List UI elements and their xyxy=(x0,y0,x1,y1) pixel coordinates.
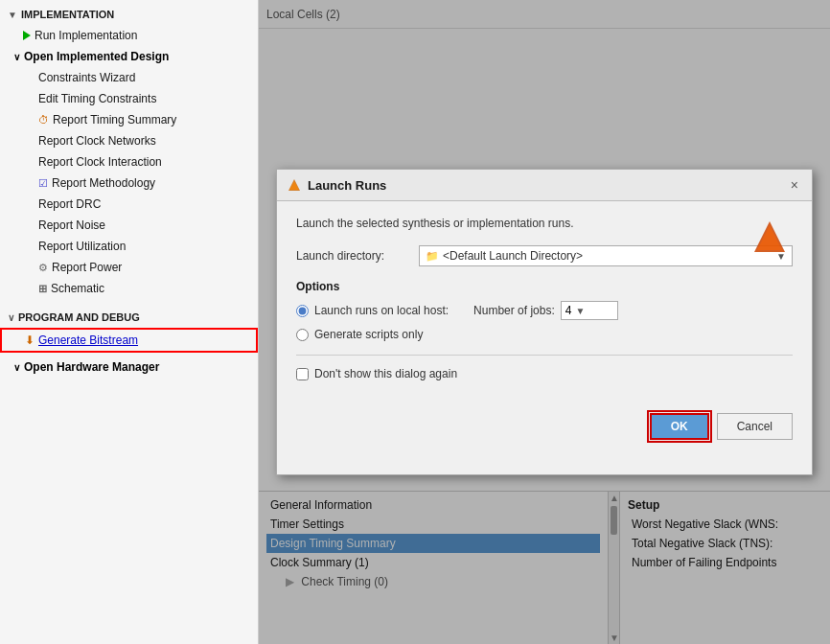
modal-title-text: Launch Runs xyxy=(308,178,386,193)
program-debug-label: PROGRAM AND DEBUG xyxy=(18,311,140,323)
sidebar-item-report-timing-summary[interactable]: ⏱ Report Timing Summary xyxy=(0,109,258,130)
hardware-manager-arrow: ∨ xyxy=(13,362,20,373)
sidebar-item-report-drc[interactable]: Report DRC xyxy=(0,194,258,215)
sidebar-item-report-utilization[interactable]: Report Utilization xyxy=(0,236,258,257)
jobs-select[interactable]: 4 ▼ xyxy=(561,301,618,320)
open-implemented-label: Open Implemented Design xyxy=(24,50,169,63)
run-implementation-label: Run Implementation xyxy=(35,29,137,42)
sidebar-item-open-hardware-manager[interactable]: ∨ Open Hardware Manager xyxy=(0,356,258,378)
run-icon xyxy=(23,31,31,40)
open-hardware-manager-label: Open Hardware Manager xyxy=(24,360,159,374)
radio-scripts-row: Generate scripts only xyxy=(296,328,793,341)
sidebar-item-report-clock-interaction[interactable]: Report Clock Interaction xyxy=(0,151,258,172)
sidebar-item-report-power[interactable]: ⚙ Report Power xyxy=(0,257,258,278)
modal-description: Launch the selected synthesis or impleme… xyxy=(296,217,793,230)
bitstream-icon: ⬇ xyxy=(25,334,35,347)
modal-divider xyxy=(296,355,793,356)
svg-marker-1 xyxy=(289,181,299,190)
open-impl-arrow: ∨ xyxy=(13,52,20,62)
sidebar-item-report-noise[interactable]: Report Noise xyxy=(0,215,258,236)
sidebar-item-report-methodology[interactable]: ☑ Report Methodology xyxy=(0,172,258,194)
modal-close-button[interactable]: × xyxy=(787,175,802,195)
sidebar-item-edit-timing[interactable]: Edit Timing Constraints xyxy=(0,88,258,109)
modal-footer: OK Cancel xyxy=(277,403,812,455)
jobs-value: 4 xyxy=(565,304,572,317)
jobs-label: Number of jobs: xyxy=(473,304,555,317)
launch-runs-modal: Launch Runs × Launch the selected synthe… xyxy=(276,169,813,475)
modal-title-group: Launch Runs xyxy=(287,177,386,193)
modal-titlebar: Launch Runs × xyxy=(277,170,812,201)
sidebar-section-implementation[interactable]: ▼ IMPLEMENTATION xyxy=(0,4,258,25)
sidebar: ▼ IMPLEMENTATION Run Implementation ∨ Op… xyxy=(0,0,259,644)
clock-icon: ⏱ xyxy=(38,114,49,126)
options-title: Options xyxy=(296,280,793,293)
sidebar-section-program-debug[interactable]: ∨ PROGRAM AND DEBUG xyxy=(0,307,258,328)
sidebar-item-run-implementation[interactable]: Run Implementation xyxy=(0,25,258,46)
cancel-button[interactable]: Cancel xyxy=(717,413,793,440)
radio-local-host-label: Launch runs on local host: xyxy=(314,304,449,317)
radio-scripts-label: Generate scripts only xyxy=(314,328,423,341)
dont-show-checkbox[interactable] xyxy=(296,368,309,380)
sidebar-item-schematic[interactable]: ⊞ Schematic xyxy=(0,278,258,299)
number-of-jobs-group: Number of jobs: 4 ▼ xyxy=(473,301,618,320)
sidebar-item-open-implemented[interactable]: ∨ Open Implemented Design xyxy=(0,46,258,67)
modal-overlay: Launch Runs × Launch the selected synthe… xyxy=(259,0,830,644)
generate-bitstream-label: Generate Bitstream xyxy=(38,334,138,347)
modal-body: Launch the selected synthesis or impleme… xyxy=(277,201,812,403)
dont-show-label: Don't show this dialog again xyxy=(314,367,457,380)
svg-marker-3 xyxy=(757,225,782,250)
folder-icon: 📁 xyxy=(426,250,439,263)
launch-directory-label: Launch directory: xyxy=(296,249,411,263)
power-icon: ⚙ xyxy=(38,262,48,274)
options-section: Options Launch runs on local host: Numbe… xyxy=(296,280,793,341)
vivado-icon xyxy=(287,177,302,193)
vivado-logo xyxy=(750,218,789,256)
schematic-icon: ⊞ xyxy=(38,283,47,295)
radio-scripts-input[interactable] xyxy=(296,329,309,341)
methodology-icon: ☑ xyxy=(38,177,48,190)
vivado-logo-area xyxy=(750,218,789,259)
radio-local-host-row: Launch runs on local host: Number of job… xyxy=(296,301,793,320)
implementation-label: IMPLEMENTATION xyxy=(21,9,114,20)
sidebar-item-constraints-wizard[interactable]: Constraints Wizard xyxy=(0,67,258,88)
sidebar-item-report-clock-networks[interactable]: Report Clock Networks xyxy=(0,130,258,151)
launch-directory-row: Launch directory: 📁 <Default Launch Dire… xyxy=(296,245,793,266)
main-content: Local Cells (2) General Information Time… xyxy=(259,0,830,644)
sidebar-item-generate-bitstream[interactable]: ⬇ Generate Bitstream xyxy=(0,328,258,353)
ok-button[interactable]: OK xyxy=(650,413,709,440)
radio-local-host-input[interactable] xyxy=(296,305,309,317)
launch-directory-select[interactable]: 📁 <Default Launch Directory> ▼ xyxy=(419,245,793,266)
jobs-dropdown-arrow: ▼ xyxy=(575,306,585,316)
implementation-arrow: ▼ xyxy=(8,10,17,20)
launch-directory-value: <Default Launch Directory> xyxy=(443,249,772,263)
program-debug-arrow: ∨ xyxy=(8,312,14,323)
dont-show-checkbox-row: Don't show this dialog again xyxy=(296,367,793,380)
